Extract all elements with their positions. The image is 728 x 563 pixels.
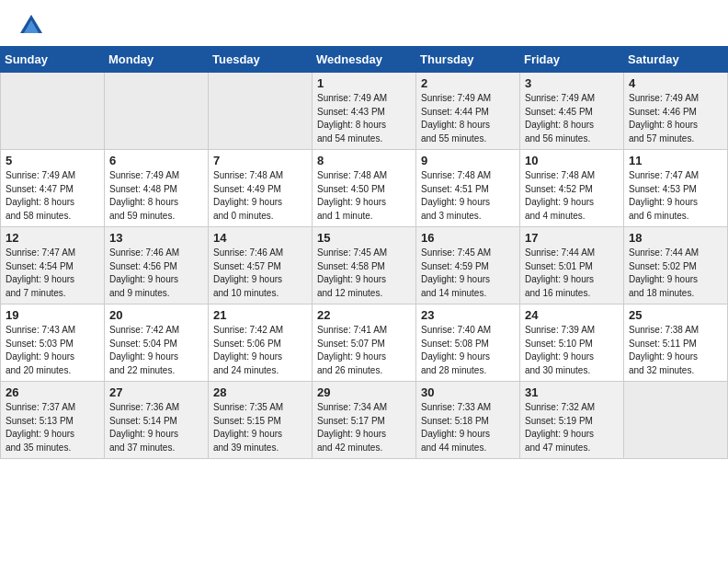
day-number: 27	[109, 385, 203, 399]
calendar-cell: 23Sunrise: 7:40 AM Sunset: 5:08 PM Dayli…	[416, 304, 520, 382]
day-info: Sunrise: 7:44 AM Sunset: 5:01 PM Dayligh…	[525, 247, 619, 300]
day-number: 23	[421, 308, 515, 322]
day-number: 12	[6, 231, 99, 245]
calendar-cell: 22Sunrise: 7:41 AM Sunset: 5:07 PM Dayli…	[313, 304, 416, 382]
calendar-cell: 17Sunrise: 7:44 AM Sunset: 5:01 PM Dayli…	[520, 227, 624, 304]
day-info: Sunrise: 7:44 AM Sunset: 5:02 PM Dayligh…	[629, 247, 722, 300]
day-info: Sunrise: 7:48 AM Sunset: 4:52 PM Dayligh…	[525, 169, 619, 223]
day-number: 1	[317, 76, 411, 90]
day-info: Sunrise: 7:48 AM Sunset: 4:50 PM Dayligh…	[317, 169, 411, 223]
day-number: 17	[525, 231, 619, 245]
weekday-header-row: SundayMondayTuesdayWednesdayThursdayFrid…	[1, 47, 728, 73]
day-number: 15	[317, 231, 411, 245]
day-info: Sunrise: 7:48 AM Sunset: 4:51 PM Dayligh…	[421, 169, 515, 223]
day-info: Sunrise: 7:42 AM Sunset: 5:06 PM Dayligh…	[213, 324, 307, 377]
calendar-cell: 14Sunrise: 7:46 AM Sunset: 4:57 PM Dayli…	[209, 227, 313, 304]
logo-icon	[18, 13, 44, 39]
calendar-cell: 25Sunrise: 7:38 AM Sunset: 5:11 PM Dayli…	[624, 304, 728, 382]
day-number: 21	[213, 308, 307, 322]
day-number: 2	[421, 76, 515, 90]
calendar-cell	[624, 382, 728, 459]
calendar-cell: 13Sunrise: 7:46 AM Sunset: 4:56 PM Dayli…	[105, 227, 209, 304]
day-number: 4	[629, 76, 722, 90]
day-info: Sunrise: 7:48 AM Sunset: 4:49 PM Dayligh…	[213, 169, 307, 223]
calendar-cell: 18Sunrise: 7:44 AM Sunset: 5:02 PM Dayli…	[624, 227, 728, 304]
calendar-cell: 30Sunrise: 7:33 AM Sunset: 5:18 PM Dayli…	[416, 382, 520, 459]
day-number: 11	[629, 154, 722, 167]
day-info: Sunrise: 7:43 AM Sunset: 5:03 PM Dayligh…	[6, 324, 99, 377]
day-number: 24	[525, 308, 619, 322]
day-info: Sunrise: 7:49 AM Sunset: 4:48 PM Dayligh…	[109, 169, 203, 223]
day-info: Sunrise: 7:46 AM Sunset: 4:56 PM Dayligh…	[109, 247, 203, 300]
calendar-cell: 9Sunrise: 7:48 AM Sunset: 4:51 PM Daylig…	[416, 150, 520, 227]
day-number: 25	[629, 308, 722, 322]
weekday-header-thursday: Thursday	[416, 47, 520, 73]
day-info: Sunrise: 7:42 AM Sunset: 5:04 PM Dayligh…	[109, 324, 203, 377]
day-number: 30	[421, 385, 515, 399]
page-header	[0, 0, 728, 46]
day-number: 28	[213, 385, 307, 399]
calendar-cell: 2Sunrise: 7:49 AM Sunset: 4:44 PM Daylig…	[416, 73, 520, 150]
day-info: Sunrise: 7:35 AM Sunset: 5:15 PM Dayligh…	[213, 401, 307, 454]
day-number: 14	[213, 231, 307, 245]
calendar-cell	[105, 73, 209, 150]
day-number: 7	[213, 154, 307, 167]
calendar-cell: 4Sunrise: 7:49 AM Sunset: 4:46 PM Daylig…	[624, 73, 728, 150]
day-number: 13	[109, 231, 203, 245]
weekday-header-saturday: Saturday	[624, 47, 728, 73]
day-info: Sunrise: 7:37 AM Sunset: 5:13 PM Dayligh…	[6, 401, 99, 454]
day-info: Sunrise: 7:47 AM Sunset: 4:54 PM Dayligh…	[6, 247, 99, 300]
calendar-cell: 16Sunrise: 7:45 AM Sunset: 4:59 PM Dayli…	[416, 227, 520, 304]
calendar-cell: 10Sunrise: 7:48 AM Sunset: 4:52 PM Dayli…	[520, 150, 624, 227]
weekday-header-friday: Friday	[520, 47, 624, 73]
day-info: Sunrise: 7:49 AM Sunset: 4:47 PM Dayligh…	[6, 169, 99, 223]
day-info: Sunrise: 7:38 AM Sunset: 5:11 PM Dayligh…	[629, 324, 722, 377]
day-number: 29	[317, 385, 411, 399]
weekday-header-sunday: Sunday	[1, 47, 105, 73]
day-number: 20	[109, 308, 203, 322]
calendar-cell: 21Sunrise: 7:42 AM Sunset: 5:06 PM Dayli…	[209, 304, 313, 382]
calendar-cell: 26Sunrise: 7:37 AM Sunset: 5:13 PM Dayli…	[1, 382, 105, 459]
day-info: Sunrise: 7:49 AM Sunset: 4:45 PM Dayligh…	[525, 92, 619, 145]
calendar-cell: 1Sunrise: 7:49 AM Sunset: 4:43 PM Daylig…	[313, 73, 416, 150]
calendar-cell: 24Sunrise: 7:39 AM Sunset: 5:10 PM Dayli…	[520, 304, 624, 382]
calendar-cell: 12Sunrise: 7:47 AM Sunset: 4:54 PM Dayli…	[1, 227, 105, 304]
day-number: 3	[525, 76, 619, 90]
day-info: Sunrise: 7:33 AM Sunset: 5:18 PM Dayligh…	[421, 401, 515, 454]
day-number: 5	[6, 154, 99, 167]
day-info: Sunrise: 7:46 AM Sunset: 4:57 PM Dayligh…	[213, 247, 307, 300]
calendar-week-row: 19Sunrise: 7:43 AM Sunset: 5:03 PM Dayli…	[1, 304, 728, 382]
calendar-cell: 28Sunrise: 7:35 AM Sunset: 5:15 PM Dayli…	[209, 382, 313, 459]
day-info: Sunrise: 7:45 AM Sunset: 4:59 PM Dayligh…	[421, 247, 515, 300]
calendar-cell: 31Sunrise: 7:32 AM Sunset: 5:19 PM Dayli…	[520, 382, 624, 459]
weekday-header-tuesday: Tuesday	[209, 47, 313, 73]
calendar-cell	[209, 73, 313, 150]
calendar-cell: 5Sunrise: 7:49 AM Sunset: 4:47 PM Daylig…	[1, 150, 105, 227]
calendar-cell: 29Sunrise: 7:34 AM Sunset: 5:17 PM Dayli…	[313, 382, 416, 459]
calendar-cell: 3Sunrise: 7:49 AM Sunset: 4:45 PM Daylig…	[520, 73, 624, 150]
day-info: Sunrise: 7:39 AM Sunset: 5:10 PM Dayligh…	[525, 324, 619, 377]
day-info: Sunrise: 7:36 AM Sunset: 5:14 PM Dayligh…	[109, 401, 203, 454]
calendar-cell: 15Sunrise: 7:45 AM Sunset: 4:58 PM Dayli…	[313, 227, 416, 304]
day-number: 18	[629, 231, 722, 245]
day-info: Sunrise: 7:49 AM Sunset: 4:46 PM Dayligh…	[629, 92, 722, 145]
calendar-table: SundayMondayTuesdayWednesdayThursdayFrid…	[0, 46, 728, 459]
day-number: 10	[525, 154, 619, 167]
calendar-week-row: 26Sunrise: 7:37 AM Sunset: 5:13 PM Dayli…	[1, 382, 728, 459]
day-info: Sunrise: 7:45 AM Sunset: 4:58 PM Dayligh…	[317, 247, 411, 300]
calendar-cell: 6Sunrise: 7:49 AM Sunset: 4:48 PM Daylig…	[105, 150, 209, 227]
day-number: 26	[6, 385, 99, 399]
day-info: Sunrise: 7:49 AM Sunset: 4:43 PM Dayligh…	[317, 92, 411, 145]
weekday-header-wednesday: Wednesday	[313, 47, 416, 73]
day-info: Sunrise: 7:47 AM Sunset: 4:53 PM Dayligh…	[629, 169, 722, 223]
calendar-cell: 20Sunrise: 7:42 AM Sunset: 5:04 PM Dayli…	[105, 304, 209, 382]
calendar-cell: 11Sunrise: 7:47 AM Sunset: 4:53 PM Dayli…	[624, 150, 728, 227]
day-number: 31	[525, 385, 619, 399]
calendar-week-row: 1Sunrise: 7:49 AM Sunset: 4:43 PM Daylig…	[1, 73, 728, 150]
day-info: Sunrise: 7:49 AM Sunset: 4:44 PM Dayligh…	[421, 92, 515, 145]
day-number: 16	[421, 231, 515, 245]
day-info: Sunrise: 7:34 AM Sunset: 5:17 PM Dayligh…	[317, 401, 411, 454]
calendar-cell	[1, 73, 105, 150]
day-number: 22	[317, 308, 411, 322]
calendar-week-row: 12Sunrise: 7:47 AM Sunset: 4:54 PM Dayli…	[1, 227, 728, 304]
